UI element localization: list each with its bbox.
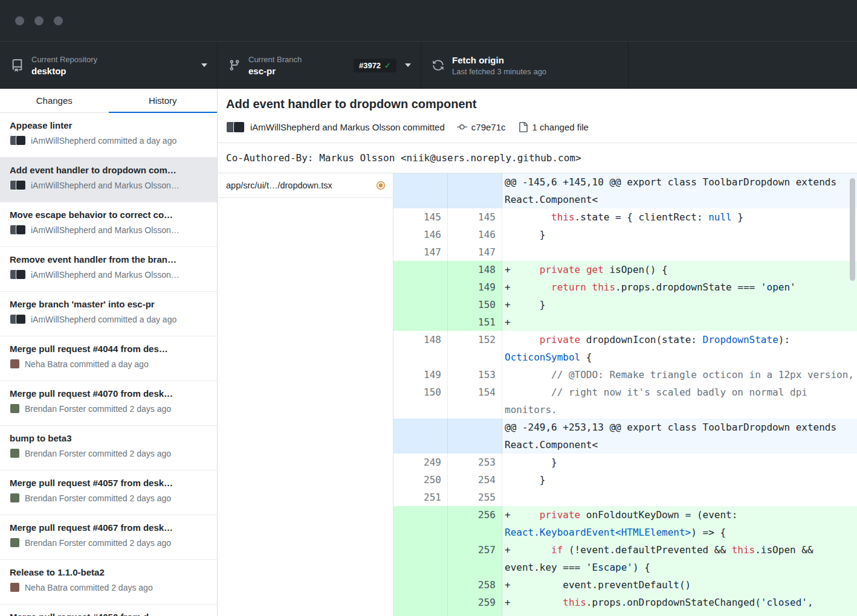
- diff-line: 258+ event.preventDefault(): [393, 576, 857, 594]
- commit-list-item-meta: Brendan Forster committed 2 days ago: [10, 493, 207, 503]
- git-branch-icon: [228, 59, 241, 71]
- diff-new-line-number: 154: [448, 383, 502, 419]
- diff-old-line-number: [393, 419, 448, 454]
- diff-line-content: [502, 243, 857, 261]
- commit-list-item[interactable]: Merge pull request #4044 from des…Neha B…: [0, 336, 217, 381]
- avatar: [10, 537, 20, 548]
- toolbar: Current Repository desktop Current Branc…: [0, 41, 857, 89]
- diff-new-line-number: [448, 173, 502, 208]
- diff-line: 148152 private dropdownIcon(state: Dropd…: [393, 331, 857, 366]
- branch-text: Current Branch esc-pr: [248, 55, 302, 76]
- commit-list-item-meta-text: Neha Batra committed 2 days ago: [25, 583, 153, 592]
- fetch-origin-button[interactable]: Fetch origin Last fetched 3 minutes ago: [421, 42, 629, 89]
- commit-sha: c79e71c: [471, 122, 506, 132]
- repository-name: desktop: [31, 66, 97, 76]
- avatar-group: [10, 359, 20, 369]
- diff-line: 257+ if (!event.defaultPrevented && this…: [393, 541, 857, 576]
- commit-list-item[interactable]: Merge pull request #4050 from d…: [0, 605, 217, 616]
- diff-old-line-number: [393, 296, 448, 313]
- diff-line: 149+ return this.props.dropdownState ===…: [393, 278, 857, 296]
- fetch-title: Fetch origin: [452, 55, 546, 65]
- commit-list-item[interactable]: Add event handler to dropdown com…iAmWil…: [0, 158, 217, 202]
- avatar-group: [10, 448, 20, 458]
- commit-description: Co-Authored-By: Markus Olsson <niik@user…: [218, 143, 857, 173]
- changed-files-group: 1 changed file: [518, 122, 589, 132]
- commit-list-item[interactable]: Appease linteriAmWillShepherd committed …: [0, 113, 217, 158]
- diff-hunk-header: @@ -145,6 +145,10 @@ export class Toolba…: [393, 173, 857, 208]
- diff-line: 146146 }: [393, 226, 857, 243]
- avatar: [10, 493, 20, 503]
- commit-list-item-meta: Brendan Forster committed 2 days ago: [10, 448, 207, 458]
- commit-list-item-meta-text: Brendan Forster committed 2 days ago: [25, 404, 171, 414]
- commit-list-item-title: Merge pull request #4057 from desk…: [10, 478, 207, 488]
- fetch-text: Fetch origin Last fetched 3 minutes ago: [452, 55, 546, 76]
- zoom-button[interactable]: [54, 16, 63, 25]
- commit-list-item[interactable]: Merge pull request #4067 from desk…Brend…: [0, 515, 217, 560]
- avatar-group: [10, 314, 26, 324]
- chevron-down-icon: [201, 63, 207, 67]
- diff-line-content: @@ -145,6 +145,10 @@ export class Toolba…: [502, 173, 857, 208]
- diff-new-line-number: [448, 419, 502, 454]
- avatar: [233, 121, 245, 133]
- diff-new-line-number: 148: [448, 261, 502, 278]
- diff-line-content: +: [502, 313, 857, 331]
- close-button[interactable]: [15, 16, 24, 25]
- commit-list-item[interactable]: Merge pull request #4057 from desk…Brend…: [0, 470, 217, 515]
- diff-old-line-number: 150: [393, 383, 448, 419]
- diff-new-line-number: 149: [448, 278, 502, 296]
- diff-new-line-number: 255: [448, 489, 502, 506]
- diff-line: 151+: [393, 313, 857, 331]
- diff-line-content: private dropdownIcon(state: DropdownStat…: [502, 331, 857, 366]
- diff-old-line-number: 148: [393, 331, 448, 366]
- file-path: app/src/ui/t…/dropdown.tsx: [226, 181, 332, 190]
- commit-list-item-meta: Neha Batra committed 2 days ago: [10, 582, 207, 592]
- commit-authors: iAmWillShepherd and Markus Olsson commit…: [250, 122, 445, 132]
- diff-line: 259+ this.props.onDropdownStateChanged('…: [393, 594, 857, 616]
- diff-line: 148+ private get isOpen() {: [393, 261, 857, 278]
- file-icon: [518, 122, 528, 132]
- avatar-group: [10, 135, 26, 146]
- diff-line: 149153 // @TODO: Remake triangle octicon…: [393, 366, 857, 383]
- commit-list-item-meta: Neha Batra committed a day ago: [10, 359, 207, 369]
- diff-scrollbar[interactable]: [850, 178, 855, 281]
- diff-new-line-number: 259: [448, 594, 502, 616]
- diff-area: app/src/ui/t…/dropdown.tsx @@ -145,6 +14…: [218, 173, 857, 616]
- commit-list-item-meta-text: iAmWillShepherd and Markus Olsson…: [31, 225, 179, 235]
- checkmark-icon: ✓: [384, 61, 391, 70]
- commit-list-item[interactable]: Move escape behavior to correct co…iAmWi…: [0, 202, 217, 247]
- file-list-item[interactable]: app/src/ui/t…/dropdown.tsx: [218, 173, 393, 198]
- tab-changes[interactable]: Changes: [0, 89, 109, 112]
- commit-list-item[interactable]: Merge pull request #4070 from desk…Brend…: [0, 381, 217, 426]
- tab-history[interactable]: History: [109, 89, 218, 112]
- diff-line: 256+ private onFoldoutKeyDown = (event: …: [393, 506, 857, 541]
- traffic-lights: [15, 16, 63, 25]
- diff-old-line-number: [393, 594, 448, 616]
- diff-new-line-number: 153: [448, 366, 502, 383]
- diff-old-line-number: 249: [393, 454, 448, 471]
- diff-view: @@ -145,6 +145,10 @@ export class Toolba…: [393, 173, 857, 616]
- diff-old-line-number: [393, 261, 448, 278]
- commit-list-item[interactable]: Remove event handler from the bran…iAmWi…: [0, 247, 217, 292]
- diff-new-line-number: 253: [448, 454, 502, 471]
- avatar: [16, 225, 26, 235]
- commit-sha-group: c79e71c: [457, 122, 506, 132]
- diff-new-line-number: 146: [448, 226, 502, 243]
- commit-list-item[interactable]: bump to beta3Brendan Forster committed 2…: [0, 426, 217, 470]
- repository-picker[interactable]: Current Repository desktop: [0, 42, 218, 89]
- diff-line-content: @@ -249,6 +253,13 @@ export class Toolba…: [502, 419, 857, 454]
- diff-new-line-number: 151: [448, 313, 502, 331]
- repo-icon: [11, 59, 24, 72]
- diff-old-line-number: 147: [393, 243, 448, 261]
- avatar: [16, 269, 26, 280]
- avatar-group: [10, 403, 20, 414]
- diff-line: 145145 this.state = { clientRect: null }: [393, 208, 857, 226]
- commit-list-item-meta: iAmWillShepherd committed a day ago: [10, 135, 207, 146]
- minimize-button[interactable]: [34, 16, 44, 25]
- branch-picker[interactable]: Current Branch esc-pr #3972 ✓: [218, 42, 421, 89]
- diff-line-content: [502, 489, 857, 506]
- sync-icon: [432, 59, 444, 71]
- commit-list-item[interactable]: Merge branch 'master' into esc-priAmWill…: [0, 292, 217, 336]
- commit-header: Add event handler to dropdown component …: [218, 89, 857, 143]
- avatar: [10, 359, 20, 369]
- commit-list-item[interactable]: Release to 1.1.0-beta2Neha Batra committ…: [0, 560, 217, 605]
